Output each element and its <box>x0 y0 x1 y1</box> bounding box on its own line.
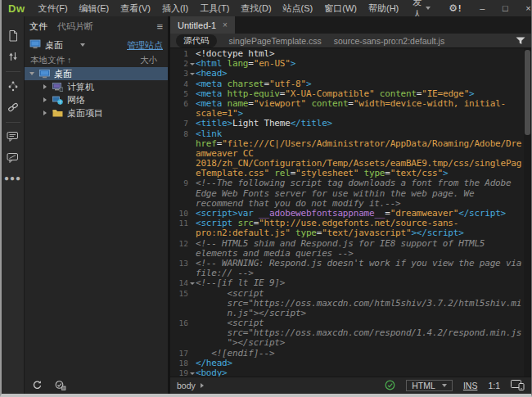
tag-selector[interactable]: body <box>177 381 204 390</box>
chevron-right-icon <box>201 383 204 388</box>
code-fold-gutter <box>188 199 196 209</box>
menu-D[interactable]: 查找(D) <box>235 2 277 15</box>
code-lines: 1<!doctype html>2<html lang="en-US">3<he… <box>170 49 524 377</box>
code-line: 5<meta http-equiv="X-UA-Compatible" cont… <box>170 89 524 99</box>
manage-sites-link[interactable]: 管理站点 <box>127 39 163 52</box>
code-fold-gutter <box>188 79 196 89</box>
close-button[interactable]: × <box>516 0 532 16</box>
link-icon[interactable] <box>4 98 22 116</box>
expand-arrow-icon[interactable] <box>41 111 48 115</box>
code-fold-gutter <box>188 109 196 119</box>
tree-item-1[interactable]: 计算机 <box>25 80 168 93</box>
line-number <box>170 139 188 149</box>
site-desktop-icon <box>29 39 41 51</box>
more-dots-icon[interactable]: ●●● <box>4 174 21 183</box>
related-file-1[interactable]: singlePageTemplate.css <box>229 36 322 46</box>
line-number: 2 <box>170 59 188 69</box>
folder-icon <box>52 109 64 117</box>
files-panel: 文件 代码片断 ≡ 桌面 管理站点 本地文件 ↑ 大小 桌面计算机网络桌面项目 <box>25 16 170 394</box>
code-fold-gutter <box>188 289 196 299</box>
insert-mode-toggle[interactable]: INS <box>463 381 478 390</box>
tree-item-2[interactable]: 网络 <box>25 93 168 106</box>
code-line: 13<!-- WARNING: Respond.js doesn't work … <box>170 259 524 268</box>
menu-V[interactable]: 查看(V) <box>115 2 156 15</box>
code-fold-icon[interactable] <box>188 278 196 288</box>
collapse-arrow-icon[interactable] <box>28 72 35 75</box>
files-tree: 桌面计算机网络桌面项目 <box>25 67 168 377</box>
computer-icon <box>52 83 64 92</box>
line-number: 7 <box>170 119 188 129</box>
code-fold-gutter <box>188 268 196 278</box>
doctype-select[interactable]: HTML <box>406 380 453 391</box>
code-fold-gutter <box>188 328 196 338</box>
tree-item-0[interactable]: 桌面 <box>25 67 168 80</box>
menu-W[interactable]: 窗口(W) <box>318 2 363 15</box>
file-panel-icon[interactable] <box>4 26 22 44</box>
app-logo: Dw <box>2 2 33 15</box>
maximize-button[interactable]: □ <box>494 0 516 16</box>
chevron-down-icon <box>442 384 447 387</box>
menu-S[interactable]: 站点(S) <box>277 2 319 15</box>
code-fold-icon[interactable] <box>188 69 196 79</box>
line-number: 5 <box>170 89 188 99</box>
code-fold-icon[interactable] <box>188 368 196 377</box>
code-fold-gutter <box>188 209 196 219</box>
code-line: 6<meta name="viewport" content="width=de… <box>170 99 524 109</box>
menu-I[interactable]: 插入(I) <box>156 2 194 15</box>
related-file-2[interactable]: source-sans-pro:n2:default.js <box>334 36 444 46</box>
site-chevron-icon[interactable] <box>80 43 85 47</box>
expand-arrow-icon[interactable] <box>41 97 48 102</box>
vertical-scrollbar[interactable] <box>524 48 531 377</box>
code-line: Edge Web Fonts server for use within the… <box>170 189 524 199</box>
scrollbar-thumb[interactable] <box>525 50 530 135</box>
code-fold-gutter <box>188 89 196 99</box>
gear-icon: ⚙ <box>449 2 458 14</box>
col-size[interactable]: 大小 <box>140 55 157 66</box>
code-fold-gutter <box>188 249 196 259</box>
code-line: 14<!--[if lt IE 9]> <box>170 278 524 288</box>
code-line: elements and media queries --> <box>170 249 524 259</box>
menu-E[interactable]: 编辑(E) <box>74 2 115 15</box>
code-line: 8<link <box>170 129 524 139</box>
tab-close-icon[interactable]: × <box>223 20 228 29</box>
code-line: 7<title>Light Theme</title> <box>170 119 524 129</box>
tab-snippets[interactable]: 代码片断 <box>57 20 93 33</box>
sync-settings-button[interactable]: ⚙! <box>439 2 471 14</box>
filter-funnel-icon[interactable] <box>516 37 525 45</box>
tree-item-label: 计算机 <box>67 81 94 93</box>
col-local-files[interactable]: 本地文件 ↑ <box>30 55 71 66</box>
line-number <box>170 169 188 178</box>
code-line: 2018/zh_CN/Configuration/Temp/Assets/eam… <box>170 159 524 169</box>
code-editor[interactable]: 1<!doctype html>2<html lang="en-US">3<he… <box>170 48 531 377</box>
menu-T[interactable]: 工具(T) <box>194 2 235 15</box>
extract-icon[interactable] <box>4 77 22 95</box>
site-select-value[interactable]: 桌面 <box>45 39 63 52</box>
expand-arrow-icon[interactable] <box>41 84 48 89</box>
menu-H[interactable]: 帮助(H) <box>363 2 404 15</box>
sync-arrows-icon[interactable] <box>4 47 22 65</box>
document-tabbar: Untitled-1 × <box>170 16 531 34</box>
code-fold-icon[interactable] <box>188 59 196 69</box>
code-line: 19<body> <box>170 368 524 377</box>
line-number <box>170 159 188 169</box>
document-tab[interactable]: Untitled-1 × <box>170 16 235 34</box>
tree-item-3[interactable]: 桌面项目 <box>25 106 168 120</box>
report-bubble-icon[interactable] <box>4 149 22 167</box>
line-number <box>170 109 188 119</box>
code-fold-gutter <box>188 299 196 309</box>
site-log-icon[interactable] <box>54 380 66 392</box>
minimize-button[interactable]: – <box>471 0 494 16</box>
menu-F[interactable]: 文件(F) <box>33 2 74 15</box>
refresh-icon[interactable] <box>32 380 43 392</box>
line-number <box>170 338 188 348</box>
strip-separator <box>6 122 20 123</box>
tag-selector-label: body <box>177 381 196 390</box>
panel-menu-icon[interactable]: ≡ <box>156 20 163 33</box>
tab-files[interactable]: 文件 <box>29 20 47 33</box>
code-fold-gutter <box>188 309 196 318</box>
line-number: 17 <box>170 349 188 359</box>
line-number: 1 <box>170 49 188 59</box>
live-preview-devices-icon[interactable] <box>511 380 525 392</box>
related-file-0[interactable]: 源代码 <box>176 34 217 47</box>
comment-bubble-icon[interactable] <box>4 128 22 146</box>
